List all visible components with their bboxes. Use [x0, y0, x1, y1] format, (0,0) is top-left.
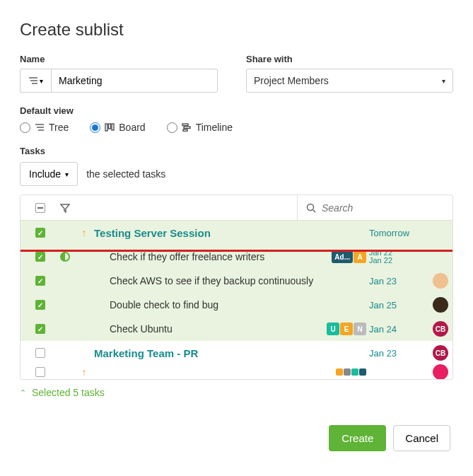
- task-row[interactable]: Marketing Team - PRJan 23CB: [21, 341, 452, 365]
- create-button[interactable]: Create: [329, 425, 386, 451]
- table-header: [21, 195, 452, 221]
- task-row[interactable]: Check UbuntuUENJan 24CB: [21, 317, 452, 341]
- filter-icon[interactable]: [60, 203, 70, 213]
- task-row[interactable]: Check if they offer freelance writersAd.…: [21, 245, 452, 269]
- include-suffix: the selected tasks: [86, 168, 165, 180]
- search-input[interactable]: [322, 202, 428, 214]
- include-label: Include: [29, 168, 61, 180]
- timeline-icon: [182, 123, 192, 132]
- task-tag: [344, 368, 351, 376]
- task-table: ↑Testing Server SessionTomorrowCheck if …: [20, 195, 453, 380]
- list-icon: [28, 76, 38, 85]
- view-board-label: Board: [119, 122, 145, 133]
- tree-icon: [35, 123, 45, 132]
- task-group-title: Marketing Team - PR: [94, 347, 320, 359]
- task-tag: A: [354, 250, 366, 263]
- task-tag: U: [327, 323, 339, 335]
- svg-point-13: [308, 204, 314, 210]
- view-board-input[interactable]: [90, 122, 100, 133]
- task-checkbox[interactable]: [35, 228, 45, 238]
- share-value: Project Members: [254, 75, 329, 86]
- include-dropdown[interactable]: Include ▾: [20, 162, 78, 186]
- task-checkbox[interactable]: [35, 252, 45, 262]
- svg-line-14: [313, 210, 315, 212]
- avatar: [433, 297, 448, 313]
- task-title: Check Ubuntu: [94, 323, 320, 335]
- search-icon: [306, 203, 316, 213]
- priority-arrow-icon: ↑: [82, 227, 87, 238]
- chevron-up-icon: ⌃: [20, 388, 26, 397]
- task-date: Jan 25: [369, 300, 428, 310]
- avatar: [433, 273, 448, 289]
- name-input[interactable]: [51, 69, 218, 93]
- task-row[interactable]: ↑: [21, 365, 452, 379]
- list-icon-picker[interactable]: ▾: [20, 69, 51, 93]
- task-tag: N: [354, 323, 366, 335]
- svg-rect-8: [112, 124, 114, 130]
- selected-summary[interactable]: ⌃ Selected 5 tasks: [20, 380, 453, 405]
- task-title: Check AWS to see if they backup continuo…: [94, 275, 320, 286]
- tasks-label: Tasks: [20, 146, 453, 156]
- task-row[interactable]: Double check to find bugJan 25: [21, 293, 452, 317]
- task-rows: ↑Testing Server SessionTomorrowCheck if …: [21, 221, 452, 379]
- svg-rect-7: [109, 124, 111, 129]
- task-group-title: Testing Server Session: [94, 227, 320, 239]
- task-checkbox[interactable]: [35, 348, 45, 358]
- view-tree-radio[interactable]: Tree: [20, 122, 69, 133]
- task-row[interactable]: ↑Testing Server SessionTomorrow: [21, 221, 452, 245]
- task-date: Jan 24: [369, 324, 428, 335]
- view-timeline-label: Timeline: [196, 122, 233, 133]
- svg-rect-11: [183, 129, 187, 132]
- task-tag: [351, 368, 358, 376]
- caret-down-icon: ▾: [442, 77, 445, 85]
- task-date: Jan 22Jan 22: [369, 249, 428, 265]
- svg-rect-6: [105, 124, 107, 131]
- caret-down-icon: ▾: [40, 77, 43, 85]
- task-checkbox[interactable]: [35, 324, 45, 334]
- modal-title: Create sublist: [20, 20, 453, 40]
- task-title: Check if they offer freelance writers: [94, 251, 320, 262]
- select-all-checkbox[interactable]: [35, 203, 45, 213]
- cancel-button[interactable]: Cancel: [393, 425, 450, 451]
- task-tag: E: [340, 323, 353, 335]
- svg-rect-10: [184, 127, 190, 129]
- avatar: CB: [433, 321, 448, 337]
- task-title: Double check to find bug: [94, 299, 320, 310]
- task-row[interactable]: Check AWS to see if they backup continuo…: [21, 269, 452, 293]
- view-tree-input[interactable]: [20, 122, 30, 133]
- task-tag: [359, 368, 366, 376]
- svg-rect-9: [182, 124, 188, 126]
- task-checkbox[interactable]: [35, 367, 45, 377]
- priority-arrow-icon: ↑: [82, 366, 87, 378]
- view-board-radio[interactable]: Board: [90, 122, 145, 133]
- task-date: Jan 23: [369, 348, 428, 359]
- task-checkbox[interactable]: [35, 300, 45, 310]
- board-icon: [105, 123, 115, 132]
- task-date: Jan 23: [369, 276, 428, 286]
- view-tree-label: Tree: [49, 122, 69, 133]
- name-label: Name: [20, 54, 218, 64]
- share-label: Share with: [246, 54, 453, 64]
- default-view-label: Default view: [20, 105, 453, 116]
- task-date: Tomorrow: [369, 228, 428, 238]
- view-timeline-radio[interactable]: Timeline: [167, 122, 233, 133]
- task-checkbox[interactable]: [35, 276, 45, 286]
- status-icon: [60, 252, 70, 262]
- selected-text: Selected 5 tasks: [32, 387, 105, 398]
- avatar: [433, 364, 448, 379]
- share-select[interactable]: Project Members ▾: [246, 69, 453, 93]
- svg-marker-12: [61, 204, 69, 212]
- caret-down-icon: ▾: [65, 170, 69, 178]
- view-timeline-input[interactable]: [167, 122, 177, 133]
- task-tag: [336, 368, 343, 376]
- avatar: CB: [433, 345, 448, 361]
- task-tag: Ad...: [332, 250, 353, 263]
